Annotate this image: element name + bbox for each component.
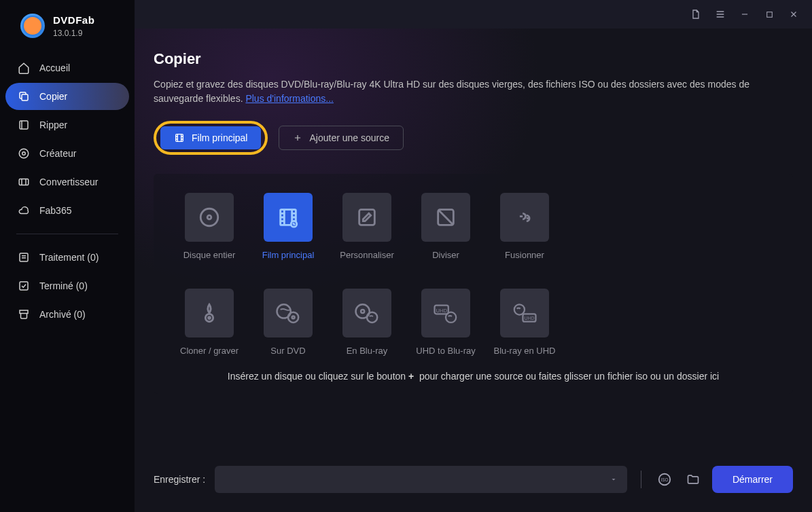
brand-block: DVDFab 13.0.1.9: [0, 14, 135, 53]
nav-label: Ripper: [39, 120, 67, 130]
theme-icon[interactable]: [690, 8, 702, 20]
svg-point-26: [446, 312, 456, 323]
titlebar: [135, 0, 812, 29]
mode-en-bluray[interactable]: En Blu-ray: [328, 289, 406, 356]
main-movie-button[interactable]: Film principal: [160, 126, 261, 149]
split-icon: [421, 193, 470, 242]
svg-rect-8: [766, 12, 772, 17]
menu-icon[interactable]: [714, 8, 726, 20]
nav-archive[interactable]: Archivé (0): [5, 301, 129, 328]
ripper-icon: [18, 119, 30, 131]
svg-point-27: [514, 304, 525, 314]
button-label: Film principal: [192, 132, 247, 143]
nav-traitement[interactable]: Traitement (0): [5, 244, 129, 271]
nav-convertisseur[interactable]: Convertisseur: [5, 168, 129, 196]
mode-label: Disque entier: [183, 250, 236, 260]
uhd-to-bluray-icon: UHD: [421, 289, 470, 337]
main: Copier Copiez et gravez des disques DVD/…: [135, 0, 812, 512]
mode-label: Cloner / graver: [180, 346, 239, 356]
brand-logo-icon: [20, 14, 45, 38]
svg-rect-9: [176, 134, 183, 142]
nav-secondary: Traitement (0) Terminé (0) Archivé (0): [0, 244, 135, 328]
converter-icon: [18, 176, 30, 188]
svg-point-22: [361, 310, 364, 313]
svg-text:UHD: UHD: [524, 316, 534, 321]
brand-version: 13.0.1.9: [53, 29, 94, 38]
mode-cloner[interactable]: Cloner / graver: [170, 289, 249, 356]
svg-text:ISO: ISO: [660, 477, 668, 482]
mode-uhd-to-bluray[interactable]: UHD UHD to Blu-ray: [406, 289, 485, 356]
brand-text: DVDFab 13.0.1.9: [53, 14, 94, 38]
chevron-down-icon: [610, 475, 618, 483]
nav-label: Accueil: [39, 62, 70, 73]
nav-termine[interactable]: Terminé (0): [5, 272, 129, 299]
sidebar: DVDFab 13.0.1.9 Accueil Copier: [0, 0, 135, 512]
svg-rect-1: [20, 121, 28, 129]
mode-label: UHD to Blu-ray: [416, 346, 475, 356]
customize-icon: [342, 193, 391, 242]
minimize-button[interactable]: [739, 8, 751, 20]
spacer: [154, 394, 793, 444]
film-icon: [174, 132, 185, 143]
to-dvd-icon: [264, 289, 313, 337]
footer: Enregistrer : ISO Démarrer: [154, 456, 793, 500]
add-source-button[interactable]: Ajouter une source: [279, 126, 404, 150]
close-button[interactable]: [788, 8, 800, 20]
footer-divider: [641, 471, 641, 488]
modes-grid: Disque entier Film principal Personnalis…: [170, 193, 777, 356]
mode-label: Fusionner: [505, 250, 544, 260]
bluray-to-uhd-icon: UHD: [500, 289, 549, 337]
disc-icon: [185, 193, 234, 242]
nav-label: Fab365: [39, 205, 71, 216]
save-destination-select[interactable]: [215, 466, 627, 493]
plus-icon: [293, 133, 302, 143]
page-description: Copiez et gravez des disques DVD/Blu-ray…: [154, 77, 785, 106]
nav-label: Copier: [39, 91, 67, 102]
mode-bluray-en-uhd[interactable]: UHD Blu-ray en UHD: [485, 289, 564, 356]
creator-icon: [18, 147, 30, 160]
iso-icon[interactable]: ISO: [655, 470, 674, 489]
mode-personnaliser[interactable]: Personnaliser: [328, 193, 406, 260]
nav-ripper[interactable]: Ripper: [5, 111, 129, 139]
svg-rect-7: [20, 310, 28, 314]
button-label: Ajouter une source: [309, 132, 389, 143]
svg-point-19: [288, 312, 298, 323]
merge-icon: [500, 193, 549, 242]
action-row: Film principal Ajouter une source: [154, 121, 793, 155]
svg-point-23: [367, 312, 377, 323]
nav-fab365[interactable]: Fab365: [5, 197, 129, 224]
mode-film-principal[interactable]: Film principal: [249, 193, 328, 260]
brand-name: DVDFab: [53, 14, 94, 26]
nav-copier[interactable]: Copier: [5, 83, 129, 110]
svg-rect-14: [359, 210, 375, 225]
to-bluray-icon: [342, 289, 391, 337]
nav-createur[interactable]: Créateur: [5, 140, 129, 167]
mode-sur-dvd[interactable]: Sur DVD: [249, 289, 328, 356]
mode-diviser[interactable]: Diviser: [406, 193, 485, 260]
home-icon: [18, 62, 30, 74]
nav-label: Terminé (0): [39, 280, 88, 291]
folder-icon[interactable]: [684, 470, 703, 489]
svg-point-2: [19, 149, 29, 158]
mode-label: Film principal: [262, 250, 315, 260]
highlight-ring: Film principal: [154, 121, 268, 155]
svg-point-17: [209, 317, 211, 319]
mode-label: Sur DVD: [270, 346, 305, 356]
start-button[interactable]: Démarrer: [712, 466, 793, 493]
nav-label: Archivé (0): [39, 309, 86, 320]
mode-disque-entier[interactable]: Disque entier: [170, 193, 249, 260]
mode-label: Diviser: [432, 250, 459, 260]
mode-fusionner[interactable]: Fusionner: [485, 193, 564, 260]
svg-rect-6: [20, 282, 28, 290]
nav-home[interactable]: Accueil: [5, 54, 129, 81]
more-info-link[interactable]: Plus d'informations...: [245, 93, 334, 104]
svg-point-10: [200, 208, 218, 226]
save-label: Enregistrer :: [154, 474, 205, 485]
dropzone-hint: Insérez un disque ou cliquez sur le bout…: [170, 371, 777, 382]
svg-point-11: [207, 215, 211, 219]
svg-rect-4: [19, 179, 29, 185]
modes-panel: Disque entier Film principal Personnalis…: [154, 174, 793, 394]
svg-text:UHD: UHD: [436, 308, 447, 314]
mode-label: Blu-ray en UHD: [493, 346, 555, 356]
maximize-button[interactable]: [763, 8, 775, 20]
